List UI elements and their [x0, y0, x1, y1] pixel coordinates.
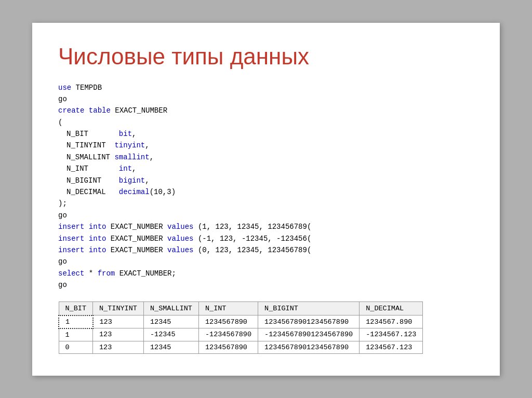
code-line-3: create table EXACT_NUMBER [58, 105, 474, 116]
cell-ndecimal: 1234567.890 [360, 315, 423, 328]
code-line-12: go [58, 210, 474, 221]
code-line-1: use TEMPDB [58, 82, 474, 93]
code-line-2: go [58, 93, 474, 105]
cell-nbigint: -12345678901234567890 [258, 328, 360, 341]
col-header-nbit: N_BIT [59, 301, 93, 315]
code-line-18: go [58, 279, 474, 291]
cell-nbigint: 12345678901234567890 [258, 341, 360, 353]
cell-ntinyint: 123 [93, 315, 144, 328]
cell-nint: 1234567890 [198, 341, 258, 353]
code-line-10: N_DECIMAL decimal(10,3) [58, 186, 474, 198]
code-line-15: insert into EXACT_NUMBER values (0, 123,… [58, 244, 474, 256]
cell-nint: 1234567890 [198, 315, 258, 328]
code-line-4: ( [58, 117, 474, 128]
code-line-11: ); [58, 198, 474, 209]
cell-nbit: 0 [59, 341, 93, 353]
cell-ntinyint: 123 [93, 341, 144, 353]
col-header-nint: N_INT [198, 301, 258, 315]
cell-nsmallint: 12345 [143, 341, 198, 353]
cell-nint: -1234567890 [198, 328, 258, 341]
code-line-5: N_BIT bit, [58, 128, 474, 140]
code-line-7: N_SMALLINT smallint, [58, 152, 474, 163]
slide-title: Числовые типы данных [58, 44, 474, 70]
code-line-16: go [58, 256, 474, 267]
col-header-nbigint: N_BIGINT [258, 301, 360, 315]
code-line-8: N_INT int, [58, 163, 474, 174]
result-table: N_BIT N_TINYINT N_SMALLINT N_INT N_BIGIN… [58, 301, 423, 354]
cell-nbit: 1 [59, 328, 93, 341]
keyword: use [58, 84, 71, 92]
code-line-17: select * from EXACT_NUMBER; [58, 268, 474, 279]
code-line-6: N_TINYINT tinyint, [58, 140, 474, 151]
table-row: 1 123 -12345 -1234567890 -12345678901234… [59, 328, 423, 341]
cell-nsmallint: 12345 [143, 315, 198, 328]
table-header-row: N_BIT N_TINYINT N_SMALLINT N_INT N_BIGIN… [59, 301, 423, 315]
col-header-ntinyint: N_TINYINT [93, 301, 144, 315]
cell-ndecimal: -1234567.123 [360, 328, 423, 341]
col-header-ndecimal: N_DECIMAL [360, 301, 423, 315]
table-row: 1 123 12345 1234567890 12345678901234567… [59, 315, 423, 328]
cell-nsmallint: -12345 [143, 328, 198, 341]
cell-nbigint: 12345678901234567890 [258, 315, 360, 328]
table-row: 0 123 12345 1234567890 12345678901234567… [59, 341, 423, 353]
cell-ndecimal: 1234567.123 [360, 341, 423, 353]
slide: Числовые типы данных use TEMPDB go creat… [32, 23, 500, 376]
col-header-nsmallint: N_SMALLINT [143, 301, 198, 315]
cell-nbit: 1 [59, 315, 93, 328]
code-line-9: N_BIGINT bigint, [58, 175, 474, 186]
code-line-14: insert into EXACT_NUMBER values (-1, 123… [58, 233, 474, 244]
code-line-13: insert into EXACT_NUMBER values (1, 123,… [58, 221, 474, 232]
cell-ntinyint: 123 [93, 328, 144, 341]
code-block: use TEMPDB go create table EXACT_NUMBER … [58, 82, 474, 291]
